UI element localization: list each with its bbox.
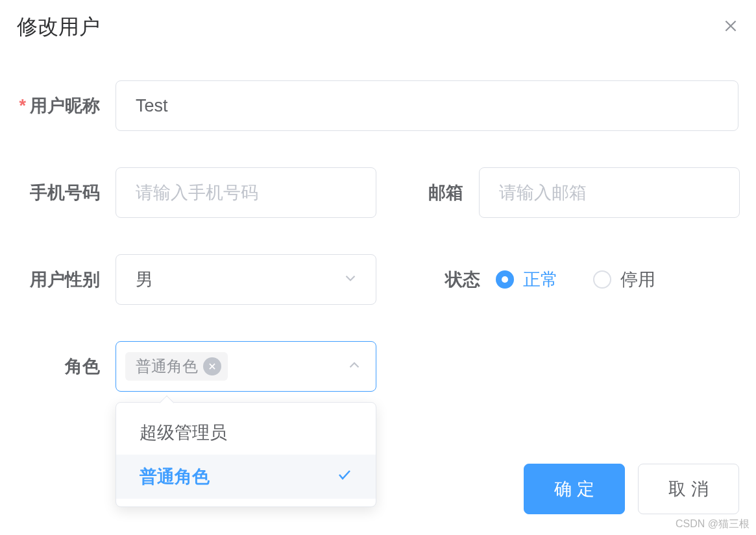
radio-checked-icon xyxy=(496,270,514,289)
chevron-up-icon xyxy=(346,357,363,376)
gender-label: 用户性别 xyxy=(17,268,116,291)
close-icon[interactable] xyxy=(722,18,739,37)
status-radio-disabled[interactable]: 停用 xyxy=(593,268,655,291)
dropdown-arrow xyxy=(160,396,175,410)
role-select[interactable]: 普通角色 xyxy=(116,341,376,392)
phone-input[interactable] xyxy=(116,167,376,218)
check-icon xyxy=(337,467,352,487)
role-option-admin[interactable]: 超级管理员 xyxy=(116,410,376,455)
dialog-title: 修改用户 xyxy=(17,13,100,42)
role-dropdown: 超级管理员 普通角色 xyxy=(116,402,376,507)
cancel-button[interactable]: 取消 xyxy=(638,464,739,514)
confirm-button[interactable]: 确定 xyxy=(524,464,625,514)
chevron-down-icon xyxy=(342,270,359,289)
phone-label: 手机号码 xyxy=(17,181,116,204)
dropdown-item-label: 普通角色 xyxy=(140,465,210,488)
status-label: 状态 xyxy=(393,268,496,291)
role-option-normal[interactable]: 普通角色 xyxy=(116,455,376,499)
email-label: 邮箱 xyxy=(376,181,479,204)
gender-select[interactable]: 男 xyxy=(116,254,376,305)
role-label: 角色 xyxy=(17,355,116,378)
nickname-label: 用户昵称 xyxy=(17,94,116,117)
watermark: CSDN @猫三根 xyxy=(676,517,750,531)
status-option-label: 正常 xyxy=(523,268,558,291)
radio-unchecked-icon xyxy=(593,270,611,289)
dropdown-item-label: 超级管理员 xyxy=(140,421,227,444)
tag-close-icon[interactable] xyxy=(203,357,221,375)
role-tag-text: 普通角色 xyxy=(136,356,198,377)
email-input[interactable] xyxy=(479,167,740,218)
status-radio-normal[interactable]: 正常 xyxy=(496,268,558,291)
status-radio-group: 正常 停用 xyxy=(496,268,655,291)
role-tag: 普通角色 xyxy=(125,352,228,381)
gender-value: 男 xyxy=(136,268,153,291)
status-option-label: 停用 xyxy=(620,268,655,291)
nickname-input[interactable] xyxy=(116,80,738,131)
